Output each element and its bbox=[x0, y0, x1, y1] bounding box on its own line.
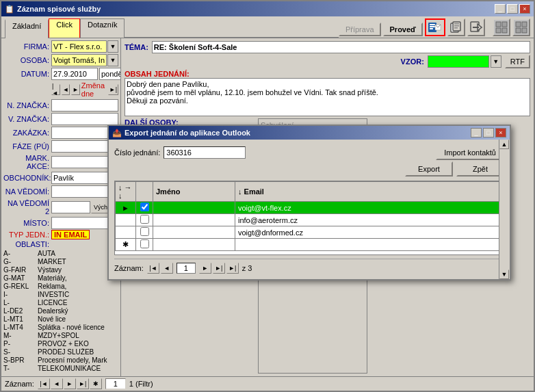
scrollbar-down[interactable]: ▼ bbox=[499, 270, 509, 279]
row1-name-cell bbox=[153, 214, 235, 226]
row-new-check[interactable] bbox=[136, 239, 153, 251]
row0-check-cell[interactable] bbox=[136, 202, 153, 214]
modal-rec-first[interactable]: |◄ bbox=[147, 263, 159, 274]
modal-record-nav-right: ► ►| ►| bbox=[199, 263, 239, 274]
row0-email-cell: voigt@vt-flex.cz bbox=[235, 202, 504, 214]
modal-zaznam-label: Záznam: bbox=[114, 264, 144, 272]
zpet-button[interactable]: Zpět bbox=[456, 161, 504, 177]
modal-body: Číslo jednání: Import kontaktů Export Zp… bbox=[109, 140, 510, 279]
modal-title-bar: 📤 Export jednání do aplikace Outlook _ □… bbox=[109, 126, 510, 140]
row0-arrow-cell: ► bbox=[116, 202, 136, 214]
modal-maximize[interactable]: □ bbox=[483, 128, 494, 138]
row-new-email bbox=[235, 239, 504, 251]
row0-name-cell bbox=[153, 202, 235, 214]
row1-arrow-cell bbox=[116, 214, 136, 226]
row1-check-cell[interactable] bbox=[136, 214, 153, 226]
modal-record-nav: |◄ ◄ bbox=[147, 263, 173, 274]
modal-icon: 📤 bbox=[112, 129, 122, 138]
scrollbar-up[interactable]: ▲ bbox=[499, 140, 509, 149]
modal-total: z 3 bbox=[242, 264, 252, 272]
col-header-jmeno: Jméno bbox=[153, 182, 235, 202]
table-row-2: voigt@dnformed.cz bbox=[116, 226, 504, 239]
export-button[interactable]: Export bbox=[405, 161, 453, 177]
col-header-arrows: ↓ → ↓ bbox=[116, 182, 136, 202]
table-row-1: info@aeroterm.cz bbox=[116, 214, 504, 226]
row2-checkbox[interactable] bbox=[140, 227, 149, 236]
row2-check-cell[interactable] bbox=[136, 226, 153, 239]
modal-scrollbar[interactable]: ▲ ▼ bbox=[499, 140, 510, 279]
row-new-star: ✱ bbox=[116, 239, 136, 251]
modal-rec-last[interactable]: ►| bbox=[213, 263, 225, 274]
modal-rec-prev[interactable]: ◄ bbox=[161, 263, 173, 274]
modal-close[interactable]: × bbox=[495, 128, 506, 138]
table-row-new: ✱ bbox=[116, 239, 504, 251]
cislo-jednani-input[interactable] bbox=[164, 146, 246, 159]
row2-name-cell bbox=[153, 226, 235, 239]
import-kontaktu-button[interactable]: Import kontaktů bbox=[436, 145, 504, 160]
row2-arrow-cell bbox=[116, 226, 136, 239]
row1-checkbox[interactable] bbox=[140, 215, 149, 224]
modal-minimize[interactable]: _ bbox=[471, 128, 482, 138]
export-modal: 📤 Export jednání do aplikace Outlook _ □… bbox=[107, 125, 511, 280]
cislo-jednani-label: Číslo jednání: bbox=[114, 148, 160, 157]
col-header-check bbox=[136, 182, 153, 202]
modal-overlay: 📤 Export jednání do aplikace Outlook _ □… bbox=[1, 1, 534, 391]
row0-checkbox[interactable] bbox=[140, 202, 149, 211]
row-new-name bbox=[153, 239, 235, 251]
modal-controls: _ □ × bbox=[471, 128, 506, 138]
col-header-email: ↓ Email bbox=[235, 182, 504, 202]
row1-email-cell: info@aeroterm.cz bbox=[235, 214, 504, 226]
modal-rec-next[interactable]: ► bbox=[199, 263, 211, 274]
row-new-checkbox[interactable] bbox=[140, 239, 149, 248]
modal-title: Export jednání do aplikace Outlook bbox=[125, 129, 250, 137]
modal-rec-num[interactable] bbox=[177, 263, 196, 274]
row2-email-cell: voigt@dnformed.cz bbox=[235, 226, 504, 239]
table-row-0: ► voigt@vt-flex.cz bbox=[116, 202, 504, 214]
modal-rec-end[interactable]: ►| bbox=[226, 263, 239, 274]
